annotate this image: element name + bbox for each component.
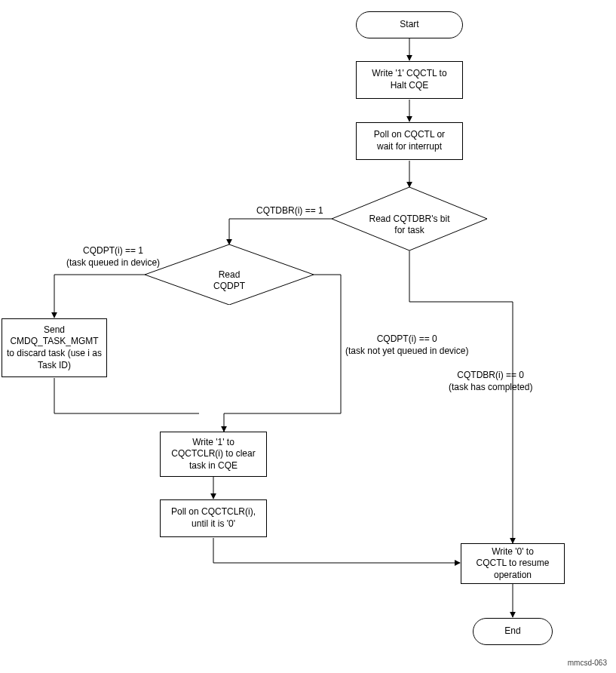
send-mgmt-box: Send CMDQ_TASK_MGMT to discard task (use… <box>2 318 107 377</box>
write-halt-box: Write '1' CQCTL to Halt CQE <box>356 61 463 99</box>
poll-clear-box: Poll on CQCTCLR(i), until it is '0' <box>160 499 267 537</box>
read-cqdpt-label: Read CQDPT <box>213 269 245 291</box>
edge-label-cqdpt-1: CQDPT(i) == 1 (task queued in device) <box>66 245 160 269</box>
write-halt-label: Write '1' CQCTL to Halt CQE <box>372 68 446 91</box>
poll-clear-label: Poll on CQCTCLR(i), until it is '0' <box>171 506 256 530</box>
edge-label-cqdpt-0: CQDPT(i) == 0 (task not yet queued in de… <box>345 333 468 357</box>
end-label: End <box>504 625 520 638</box>
read-cqdpt-decision: Read CQDPT <box>145 244 314 305</box>
start-terminal: Start <box>356 11 463 38</box>
poll-cqctl-box: Poll on CQCTL or wait for interrupt <box>356 122 463 160</box>
poll-cqctl-label: Poll on CQCTL or wait for interrupt <box>374 129 445 152</box>
edge-label-cqtdbr-1: CQTDBR(i) == 1 <box>256 205 323 217</box>
diagram-id: mmcsd-063 <box>568 659 607 667</box>
read-cqtdbr-decision: Read CQTDBR's bit for task <box>332 187 487 250</box>
write-clear-box: Write '1' to CQCTCLR(i) to clear task in… <box>160 432 267 477</box>
read-cqtdbr-label: Read CQTDBR's bit for task <box>369 213 450 235</box>
edge-label-cqtdbr-0: CQTDBR(i) == 0 (task has completed) <box>449 370 532 393</box>
start-label: Start <box>400 19 418 31</box>
end-terminal: End <box>473 618 553 645</box>
send-mgmt-label: Send CMDQ_TASK_MGMT to discard task (use… <box>7 324 102 371</box>
write-clear-label: Write '1' to CQCTCLR(i) to clear task in… <box>171 437 255 472</box>
resume-box: Write '0' to CQCTL to resume operation <box>461 543 565 584</box>
resume-label: Write '0' to CQCTL to resume operation <box>477 546 550 582</box>
